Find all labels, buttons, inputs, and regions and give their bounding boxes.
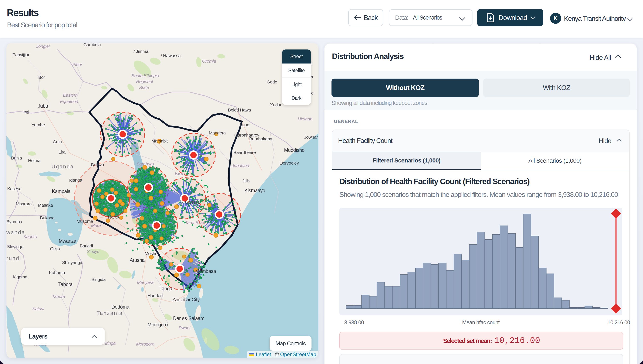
svg-text:Mara: Mara bbox=[91, 223, 101, 228]
svg-text:Qoryooley: Qoryooley bbox=[279, 160, 299, 166]
svg-text:Beled Hawa: Beled Hawa bbox=[228, 108, 251, 112]
svg-text:Morogoro: Morogoro bbox=[136, 342, 155, 346]
svg-text:Byumba: Byumba bbox=[6, 219, 22, 224]
svg-text:Morogoro: Morogoro bbox=[148, 322, 167, 328]
svg-text:Mandera: Mandera bbox=[209, 130, 226, 135]
svg-text:Bor: Bor bbox=[38, 75, 45, 80]
svg-text:Dodoma: Dodoma bbox=[111, 304, 129, 310]
svg-text:Manyara: Manyara bbox=[137, 280, 153, 285]
svg-text:Buurhakaba: Buurhakaba bbox=[249, 136, 272, 141]
svg-text:Tabora: Tabora bbox=[58, 282, 73, 287]
svg-text:Gode: Gode bbox=[267, 80, 277, 84]
svg-text:Tana River: Tana River bbox=[185, 220, 206, 225]
svg-text:Pibor: Pibor bbox=[72, 62, 83, 67]
svg-text:/ Jimma: / Jimma bbox=[134, 49, 149, 54]
svg-text:Garissa: Garissa bbox=[185, 200, 200, 204]
svg-text:Singida: Singida bbox=[91, 277, 106, 282]
svg-text:Bukwo: Bukwo bbox=[91, 162, 104, 167]
svg-text:Iringa: Iringa bbox=[105, 341, 116, 346]
svg-text:Gulu: Gulu bbox=[53, 139, 62, 144]
svg-text:Simiyu: Simiyu bbox=[87, 249, 100, 254]
svg-text:Muyinga: Muyinga bbox=[7, 244, 24, 249]
svg-text:/ Hawassa: / Hawassa bbox=[161, 53, 181, 58]
svg-text:State: State bbox=[139, 85, 149, 90]
svg-text:Panyijjiar: Panyijjiar bbox=[12, 52, 30, 57]
svg-text:Jowhar: Jowhar bbox=[304, 135, 318, 140]
svg-text:Jilib: Jilib bbox=[242, 178, 250, 183]
svg-text:Kagera: Kagera bbox=[23, 234, 37, 239]
svg-text:Arusha: Arusha bbox=[130, 258, 145, 263]
svg-text:Tanzania: Tanzania bbox=[97, 310, 123, 316]
svg-text:Masaka: Masaka bbox=[38, 202, 53, 208]
svg-text:Gambela: Gambela bbox=[83, 43, 101, 47]
svg-text:Zanzibar City: Zanzibar City bbox=[172, 297, 200, 302]
svg-text:rundi: rundi bbox=[6, 255, 22, 261]
svg-text:Kismaayo: Kismaayo bbox=[245, 188, 265, 193]
svg-text:Kampala: Kampala bbox=[52, 188, 71, 194]
svg-text:Tanga: Tanga bbox=[159, 286, 172, 291]
svg-text:Samburu: Samburu bbox=[136, 162, 154, 166]
svg-text:Mombasa: Mombasa bbox=[195, 268, 216, 274]
svg-text:Iganga: Iganga bbox=[69, 178, 82, 182]
svg-text:Equatoria: Equatoria bbox=[60, 99, 78, 104]
svg-text:Dar es-Salaam: Dar es-Salaam bbox=[173, 316, 204, 321]
svg-text:Eastern: Eastern bbox=[63, 92, 78, 98]
svg-text:Shinyanga: Shinyanga bbox=[62, 260, 83, 265]
svg-text:South Ethiopia: South Ethiopia bbox=[131, 73, 159, 78]
svg-text:Bukoba: Bukoba bbox=[40, 215, 55, 220]
svg-text:Handeni: Handeni bbox=[148, 293, 163, 298]
svg-text:Uganda: Uganda bbox=[52, 164, 74, 170]
svg-text:Kasese: Kasese bbox=[7, 186, 22, 191]
svg-text:Luuq: Luuq bbox=[240, 122, 250, 127]
svg-text:Bunia: Bunia bbox=[11, 156, 22, 160]
svg-text:Juba: Juba bbox=[38, 103, 48, 109]
svg-text:Kahama: Kahama bbox=[49, 270, 65, 275]
svg-text:Geita: Geita bbox=[50, 246, 60, 251]
svg-text:Lira: Lira bbox=[59, 150, 66, 154]
svg-text:Yei: Yei bbox=[23, 110, 29, 114]
svg-text:wanda: wanda bbox=[6, 229, 25, 235]
svg-text:Bariadi: Bariadi bbox=[80, 243, 93, 248]
svg-text:Kigoma: Kigoma bbox=[13, 274, 28, 279]
svg-text:Isiolo: Isiolo bbox=[175, 171, 185, 176]
svg-text:Oromia: Oromia bbox=[202, 58, 216, 64]
svg-text:Marsabit: Marsabit bbox=[151, 138, 168, 143]
svg-text:Jubaland: Jubaland bbox=[232, 163, 250, 168]
svg-text:Jonglei: Jonglei bbox=[36, 44, 50, 49]
svg-text:Musoma: Musoma bbox=[77, 219, 93, 224]
svg-text:Katavi: Katavi bbox=[32, 306, 45, 311]
svg-text:Moshi: Moshi bbox=[145, 251, 156, 256]
svg-text:Baardheere: Baardheere bbox=[234, 150, 256, 155]
svg-text:Tabora: Tabora bbox=[52, 294, 65, 299]
svg-text:Hoima: Hoima bbox=[28, 158, 41, 163]
svg-text:Pwani: Pwani bbox=[179, 325, 191, 330]
svg-text:Regional: Regional bbox=[136, 79, 153, 84]
svg-text:Xudur: Xudur bbox=[270, 102, 282, 107]
svg-text:Hirshab: Hirshab bbox=[298, 116, 313, 121]
svg-text:Yumbe: Yumbe bbox=[32, 122, 45, 127]
svg-text:Mwanza: Mwanza bbox=[59, 238, 76, 244]
svg-text:Mbarara: Mbarara bbox=[16, 201, 32, 206]
svg-text:Narok: Narok bbox=[108, 214, 120, 220]
svg-text:Muqdisho: Muqdisho bbox=[284, 148, 305, 153]
